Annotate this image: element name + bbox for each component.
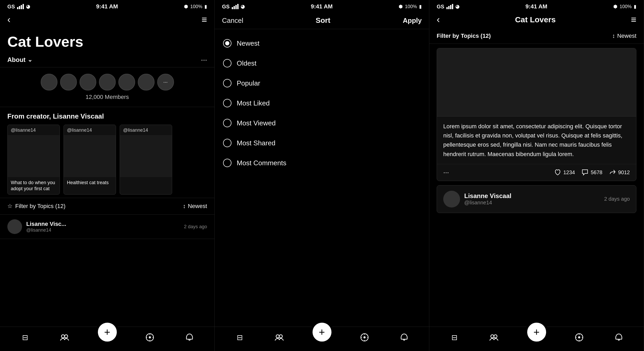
wifi-icon-1: ◕ — [26, 4, 30, 9]
radio-newest[interactable] — [223, 39, 231, 47]
sort-cancel-button[interactable]: Cancel — [222, 17, 243, 25]
svg-point-19 — [578, 336, 580, 338]
avatar-more[interactable]: ··· — [157, 74, 174, 91]
about-row[interactable]: About ⌄ ··· — [0, 52, 214, 67]
sort-item-most-liked[interactable]: Most Liked — [215, 93, 429, 113]
user-name-s3: Lisanne Viscaal — [464, 192, 600, 200]
fab-button-2[interactable]: + — [312, 322, 332, 343]
sort-item-popular[interactable]: Popular — [215, 73, 429, 93]
radio-popular[interactable] — [223, 79, 231, 87]
user-card-s3[interactable]: Lisanne Viscaal @lisanne14 2 days ago — [437, 185, 636, 213]
sort-nav: Cancel Sort Apply — [215, 12, 429, 29]
filter-left-1[interactable]: ☆ Filter by Topics (12) — [7, 203, 66, 210]
post-card-image-3 — [120, 135, 172, 177]
battery-icon-3: ▮ — [634, 4, 636, 9]
nav-community-2[interactable] — [272, 330, 287, 345]
post-card-3[interactable]: @lisanne14 — [120, 125, 172, 195]
nav-feed-1[interactable]: ⊟ — [18, 330, 32, 345]
radio-most-liked[interactable] — [223, 99, 231, 107]
status-right-3: ⬢ 100% ▮ — [613, 4, 636, 9]
filter-bar-1: ☆ Filter by Topics (12) ↕ Newest — [0, 198, 214, 215]
creator-title: From creator, Lisanne Viscaal — [7, 112, 207, 120]
post-card-title-3 — [120, 177, 172, 182]
group-title-section: Cat Lovers — [0, 28, 214, 52]
avatars-row: ··· — [41, 74, 174, 91]
share-count: 9012 — [618, 169, 630, 176]
more-options-button[interactable]: ··· — [201, 56, 207, 64]
post-preview-1[interactable]: Lisanne Visc... @lisanne14 2 days ago — [0, 215, 214, 239]
post-image-s3 — [437, 48, 636, 116]
status-left-1: GS ◕ — [7, 4, 30, 10]
menu-button-3[interactable] — [631, 14, 636, 25]
sort-item-newest[interactable]: Newest — [215, 33, 429, 53]
sort-label-3: Newest — [617, 33, 636, 39]
radio-most-shared[interactable] — [223, 139, 231, 147]
comment-count: 5678 — [591, 169, 603, 176]
sort-item-most-comments[interactable]: Most Comments — [215, 153, 429, 173]
screen1: GS ◕ 9:41 AM ⬢ 100% ▮ — [0, 0, 215, 351]
post-card-username-2: @lisanne14 — [64, 125, 116, 135]
radio-most-viewed[interactable] — [223, 119, 231, 127]
sort-apply-button[interactable]: Apply — [403, 17, 422, 25]
signal-text-2: GS — [222, 4, 230, 10]
post-card-username-1: @lisanne14 — [8, 125, 60, 135]
svg-point-0 — [61, 335, 65, 338]
nav-explore-2[interactable] — [357, 330, 372, 345]
nav-community-1[interactable] — [57, 330, 72, 345]
post-more-button[interactable]: ··· — [443, 168, 449, 177]
chevron-down-icon: ⌄ — [28, 56, 32, 63]
status-left-2: GS ◕ — [222, 4, 245, 10]
svg-point-17 — [494, 335, 497, 338]
screen3: GS ◕ 9:41 AM ⬢ 100% ▮ Cat Lovers — [429, 0, 644, 351]
sort-button-3[interactable]: ↕ Newest — [612, 33, 636, 39]
sort-label-newest: Newest — [237, 39, 260, 47]
nav-notifications-2[interactable] — [397, 330, 411, 345]
nav-feed-3[interactable]: ⊟ — [447, 330, 462, 345]
radio-oldest[interactable] — [223, 59, 231, 67]
status-left-3: GS ◕ — [437, 4, 460, 10]
battery-icon-2: ▮ — [419, 4, 422, 9]
status-right-2: ⬢ 100% ▮ — [399, 4, 422, 9]
user-avatar-s3 — [443, 191, 460, 208]
nav-feed-2[interactable]: ⊟ — [232, 330, 247, 345]
fab-button-3[interactable]: + — [526, 322, 547, 343]
nav-notifications-3[interactable] — [611, 330, 626, 345]
post-text-s3: Lorem ipsum dolor sit amet, consectetur … — [443, 122, 630, 159]
members-count: 12,000 Members — [86, 94, 129, 100]
preview-name-1: Lisanne Visc... — [26, 221, 66, 227]
nav-bar-1 — [0, 12, 214, 28]
sort-item-most-shared[interactable]: Most Shared — [215, 133, 429, 153]
signal-icon-3 — [446, 4, 453, 9]
like-button-s3[interactable]: 1234 — [554, 169, 575, 176]
signal-text-3: GS — [437, 4, 444, 10]
nav-explore-3[interactable] — [572, 330, 587, 345]
nav-notifications-1[interactable] — [182, 330, 197, 345]
post-card-2[interactable]: @lisanne14 Healthiest cat treats — [64, 125, 116, 195]
avatar-2 — [60, 74, 77, 91]
comment-button-s3[interactable]: 5678 — [581, 169, 603, 176]
post-card-1[interactable]: @lisanne14 What to do when you adopt you… — [7, 125, 60, 195]
creator-posts-list: @lisanne14 What to do when you adopt you… — [7, 125, 207, 195]
battery-icon-1: ▮ — [204, 4, 207, 9]
sort-item-oldest[interactable]: Oldest — [215, 53, 429, 73]
sort-list: Newest Oldest Popular Most Liked Most Vi… — [215, 29, 429, 327]
sort-item-most-viewed[interactable]: Most Viewed — [215, 113, 429, 133]
avatar-5 — [118, 74, 135, 91]
nav-explore-1[interactable] — [142, 330, 157, 345]
sort-button-1[interactable]: ↕ Newest — [183, 203, 207, 210]
about-button[interactable]: About ⌄ — [7, 56, 32, 63]
fab-button-1[interactable]: + — [97, 322, 118, 343]
signal-icon-1 — [17, 4, 24, 9]
bottom-nav-2: ⊟ + — [215, 327, 429, 351]
radio-most-comments[interactable] — [223, 159, 231, 167]
share-button-s3[interactable]: 9012 — [609, 169, 630, 176]
filter-button-3[interactable]: Filter by Topics (12) — [437, 33, 491, 39]
nav-community-3[interactable] — [487, 330, 501, 345]
post-card-image-2 — [64, 135, 116, 177]
back-button-1[interactable] — [7, 14, 10, 25]
wifi-icon-3: ◕ — [455, 4, 460, 9]
back-button-3[interactable] — [437, 14, 440, 25]
menu-button-1[interactable] — [202, 14, 207, 25]
screen2: GS ◕ 9:41 AM ⬢ 100% ▮ Cancel Sort Apply — [215, 0, 429, 351]
status-bar-3: GS ◕ 9:41 AM ⬢ 100% ▮ — [429, 0, 644, 12]
